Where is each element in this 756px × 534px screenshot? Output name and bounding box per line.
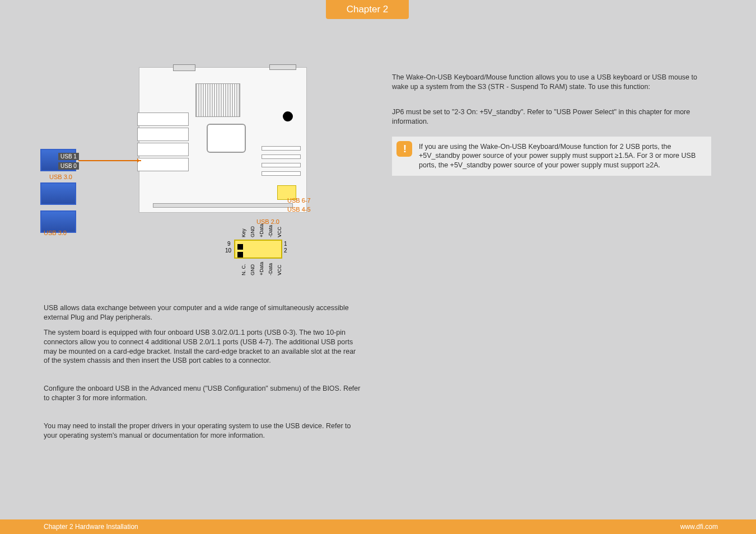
pin-label: VCC <box>277 265 282 275</box>
pin-label: Key <box>241 228 246 237</box>
pin-label: GND <box>250 264 255 275</box>
arrow-icon <box>78 160 141 161</box>
pin-number: 9 <box>227 241 231 247</box>
pin-label: -Data <box>268 263 273 275</box>
usb-port-icon <box>40 182 76 205</box>
motherboard-diagram: USB 1 USB 0 USB 3.0 USB 3.0 USB 6-7 USB … <box>44 67 329 274</box>
page-footer: Chapter 2 Hardware Installation www.dfi.… <box>0 519 756 534</box>
coin-battery <box>283 111 293 121</box>
pin-label: +Data <box>259 262 264 275</box>
page: Chapter 2 <box>0 0 756 534</box>
expansion-slot <box>262 171 301 176</box>
pin-number: 10 <box>225 247 231 254</box>
label-usb67: USB 6-7 <box>287 197 311 204</box>
left-column: USB 1 USB 0 USB 3.0 USB 3.0 USB 6-7 USB … <box>44 67 363 447</box>
label-usb1: USB 1 <box>58 153 79 160</box>
pin-label: +Data <box>259 224 264 237</box>
cpu-socket <box>195 83 240 117</box>
note-text: If you are using the Wake-On-USB Keyboar… <box>419 143 696 170</box>
pin-label: -Data <box>268 225 273 237</box>
pin-header-detail: 9 10 1 2 Key GND +Data -Data VCC N. C. G… <box>204 229 305 273</box>
important-note: If you are using the Wake-On-USB Keyboar… <box>392 137 711 176</box>
dimm-slots <box>153 203 293 208</box>
expansion-slot <box>262 146 301 151</box>
pin-number: 2 <box>284 247 287 254</box>
expansion-slot <box>262 154 301 159</box>
pin-number: 1 <box>284 241 287 247</box>
intro-paragraph-1: USB allows data exchange between your co… <box>44 303 363 322</box>
chipset <box>207 124 246 153</box>
bios-setting-text: Configure the onboard USB in the Advance… <box>44 384 363 403</box>
right-column: The Wake-On-USB Keyboard/Mouse function … <box>392 73 711 176</box>
jumper-setting-text: JP6 must be set to "2-3 On: +5V_standby"… <box>392 107 711 127</box>
footer-right: www.dfi.com <box>680 519 718 534</box>
label-usb30: USB 3.0 <box>49 174 72 180</box>
pin-label: VCC <box>277 227 282 237</box>
wake-on-usb-text: The Wake-On-USB Keyboard/Mouse function … <box>392 73 711 92</box>
intro-paragraph-2: The system board is equipped with four o… <box>44 328 363 366</box>
chapter-tab: Chapter 2 <box>326 0 409 19</box>
pin-label: GND <box>250 226 255 237</box>
label-usb0: USB 0 <box>58 162 79 170</box>
label-usb30: USB 3.0 <box>44 229 67 236</box>
expansion-slot <box>262 163 301 167</box>
label-usb45: USB 4-5 <box>287 206 311 213</box>
pin-label: N. C. <box>241 264 246 275</box>
rear-io-block <box>137 113 189 184</box>
driver-install-text: You may need to install the proper drive… <box>44 421 363 441</box>
board-connector <box>173 64 195 71</box>
board-connector <box>269 64 296 70</box>
footer-left: Chapter 2 Hardware Installation <box>44 519 138 534</box>
board-outline <box>139 67 307 213</box>
